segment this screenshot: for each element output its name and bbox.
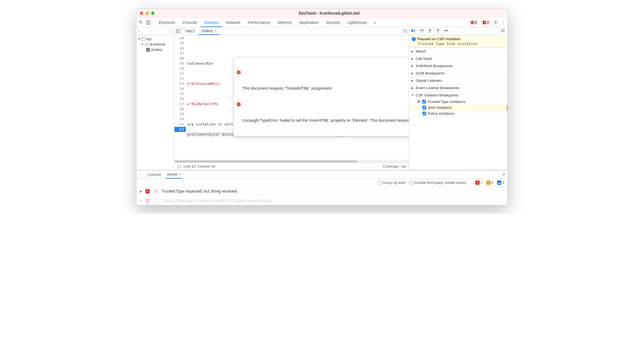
issue-severity-icon: ×	[146, 199, 150, 203]
tab-network[interactable]: Network	[223, 18, 244, 27]
policy-violations[interactable]: Policy Violations	[409, 111, 507, 116]
sources-content: » ⋮ ▼top ▼tt-enforce (index) VM17 (index…	[137, 27, 507, 170]
nav-kebab-icon[interactable]: ⋮	[168, 29, 173, 33]
drawer-tab-close-icon[interactable]: ×	[179, 172, 181, 176]
tab-performance[interactable]: Performance	[244, 18, 274, 27]
svg-point-8	[437, 31, 438, 32]
section-global[interactable]: ▶Global Listeners	[409, 77, 507, 84]
code-area[interactable]: 44454647484950515253545556575859606162 l…	[175, 35, 409, 160]
issue-count-orange: !0	[486, 181, 493, 185]
policy-checkbox[interactable]	[422, 112, 426, 115]
resume-icon[interactable]	[411, 29, 416, 33]
close-window-button[interactable]	[140, 12, 143, 15]
section-watch[interactable]: ▶Watch	[409, 48, 507, 55]
info-icon: i	[412, 37, 416, 41]
paused-title: Paused on CSP violation	[417, 37, 460, 41]
drawer-close-icon[interactable]: ×	[503, 172, 505, 177]
step-out-icon[interactable]	[436, 29, 440, 33]
code-lines: lations</h1> ="divCustomPoli ="divDefaul…	[186, 35, 409, 160]
tree-domain[interactable]: ▼tt-enforce	[137, 42, 174, 47]
source-tab-index[interactable]: (index)×	[198, 27, 220, 35]
close-tab-icon[interactable]: ×	[214, 29, 217, 33]
issues-options: Group by kind Include third-party cookie…	[137, 179, 507, 187]
section-dom[interactable]: ▶DOM Breakpoints	[409, 70, 507, 77]
tab-security[interactable]: Security	[323, 18, 344, 27]
main-toolbar: Elements Console Sources Network Perform…	[137, 18, 507, 27]
tooltip-message-1: This document requires 'TrustedHTML' ass…	[242, 85, 332, 91]
step-over-icon[interactable]	[420, 29, 424, 33]
svg-point-7	[430, 31, 430, 32]
issue-title: Trusted Type expected, but String receiv…	[162, 189, 237, 193]
issue-icon: ×	[483, 21, 486, 24]
titlebar: DevTools - tt-enforced.glitch.me/	[137, 9, 507, 18]
source-tabs: VM17 (index)×	[175, 27, 409, 35]
issue-severity-icon: ×	[146, 189, 150, 193]
tooltip-message-2: Uncaught TypeError: Failed to set the 'i…	[242, 118, 409, 123]
tab-console[interactable]: Console	[179, 18, 200, 27]
tree-file-index[interactable]: (index)	[137, 47, 174, 52]
line-gutter: 44454647484950515253545556575859606162	[175, 35, 186, 160]
inspect-icon[interactable]	[139, 20, 143, 25]
nav-more[interactable]: »	[138, 30, 140, 33]
cursor-position: Line 53, Column 93	[184, 164, 215, 168]
section-event[interactable]: ▶Event Listener Breakpoints	[409, 84, 507, 91]
error-icon: ×	[471, 21, 474, 24]
error-count-badge[interactable]: ×6	[469, 20, 478, 25]
frame-icon	[142, 37, 145, 40]
drawer-tab-console[interactable]: Console	[146, 171, 162, 178]
step-into-icon[interactable]	[428, 29, 432, 33]
sink-checkbox[interactable]	[422, 106, 426, 109]
drawer-tabs: ⋮ Console Issues× ×	[137, 170, 507, 179]
issue-row-1[interactable]: ▶ × 1 Trusted Type expected, but String …	[137, 187, 507, 196]
paused-banner: iPaused on CSP violation Trusted Type Si…	[409, 35, 507, 48]
section-xhr[interactable]: ▶XHR/fetch Breakpoints	[409, 62, 507, 69]
kebab-icon[interactable]: ⋮	[501, 20, 505, 25]
nav-history-icon[interactable]	[175, 27, 182, 35]
tab-more[interactable]: »	[371, 18, 380, 27]
svg-rect-3	[176, 30, 180, 33]
main-tabs: Elements Console Sources Network Perform…	[155, 18, 468, 27]
minimize-window-button[interactable]	[146, 12, 149, 15]
sink-violations[interactable]: Sink Violations	[409, 105, 507, 111]
svg-point-9	[447, 30, 448, 31]
horizontal-scrollbar[interactable]	[175, 160, 409, 163]
device-icon[interactable]	[146, 20, 151, 25]
run-snippet-icon[interactable]	[401, 27, 409, 35]
tab-lighthouse[interactable]: Lighthouse	[344, 18, 370, 27]
issue-title: Trusted Type policy creation blocked by …	[162, 198, 273, 203]
drawer-tab-issues[interactable]: Issues×	[166, 170, 182, 179]
trusted-type-violations[interactable]: ▼Trusted Type Violations	[409, 99, 507, 105]
issue-count-badge[interactable]: ×2	[481, 20, 491, 25]
include-thirdparty-toggle[interactable]: Include third-party cookie issues	[409, 181, 467, 185]
coverage-status: Coverage: n/a	[383, 164, 406, 168]
error-tooltip: 2 This document requires 'TrustedHTML' a…	[234, 57, 409, 136]
tooltip-count-icon: 2	[237, 70, 241, 74]
step-icon[interactable]	[444, 29, 448, 33]
issue-row-2[interactable]: ▶ × 1 Trusted Type policy creation block…	[137, 196, 507, 205]
window-title: DevTools - tt-enforced.glitch.me/	[155, 11, 504, 15]
tree-top[interactable]: ▼top	[137, 36, 174, 42]
file-tree: ▼top ▼tt-enforce (index)	[137, 35, 174, 53]
tab-sources[interactable]: Sources	[201, 18, 222, 27]
tab-memory[interactable]: Memory	[274, 18, 296, 27]
svg-point-6	[421, 31, 422, 32]
deactivate-breakpoints-icon[interactable]	[501, 29, 505, 33]
file-icon	[146, 48, 150, 52]
drawer: ⋮ Console Issues× × Group by kind Includ…	[137, 170, 507, 205]
tt-checkbox[interactable]	[422, 100, 426, 103]
section-csp-violation[interactable]: ▼CSP Violation Breakpoints	[409, 92, 507, 99]
issue-occurrence-count: 1	[153, 189, 159, 193]
source-tab-vm[interactable]: VM17	[182, 27, 198, 35]
pretty-print-icon[interactable]: { }	[177, 164, 181, 168]
editor-status-bar: { } Line 53, Column 93 Coverage: n/a	[175, 163, 409, 170]
drawer-kebab-icon[interactable]: ⋮	[139, 172, 142, 177]
svg-rect-5	[414, 29, 415, 32]
svg-point-2	[495, 22, 496, 23]
tab-application[interactable]: Application	[296, 18, 322, 27]
group-by-kind-toggle[interactable]: Group by kind	[377, 181, 405, 185]
section-callstack[interactable]: ▶Call Stack	[409, 55, 507, 62]
issue-count: 2	[487, 21, 489, 24]
gear-icon[interactable]	[493, 20, 498, 25]
tab-elements[interactable]: Elements	[155, 18, 178, 27]
zoom-window-button[interactable]	[151, 12, 155, 15]
